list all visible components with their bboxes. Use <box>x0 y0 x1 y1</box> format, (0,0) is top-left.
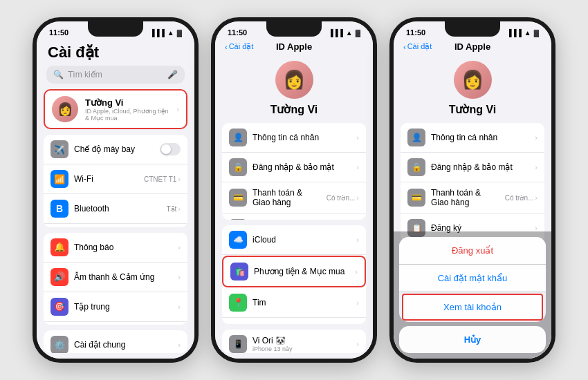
profile-info: Tường Vi ID Apple, iCloud, Phương tiện &… <box>85 97 169 122</box>
time-1: 11:50 <box>49 28 68 37</box>
notch-3 <box>445 21 500 37</box>
signin-row-3[interactable]: 🔒 Đăng nhập & bảo mật › <box>401 153 544 182</box>
subscription-row[interactable]: 📋 Đăng ký › <box>222 213 366 220</box>
page-title: Cài đặt <box>37 39 194 66</box>
battery-icon: ▓ <box>356 29 360 37</box>
chevron: › <box>356 236 359 244</box>
personal-info-row[interactable]: 👤 Thông tin cá nhân › <box>222 123 366 153</box>
bluetooth-row[interactable]: B Bluetooth Tắt › <box>44 194 187 224</box>
signin-label: Đăng nhập & bảo mật <box>252 162 351 172</box>
personal-info-row-3[interactable]: 👤 Thông tin cá nhân › <box>401 123 544 153</box>
nav-bar-3: ‹ Cài đặt ID Apple <box>394 39 551 55</box>
icloud-row[interactable]: ☁️ iCloud › <box>222 225 366 255</box>
profile-center-avatar: 👩 <box>275 61 313 99</box>
airplane-row[interactable]: ✈️ Chế độ máy bay <box>44 135 187 164</box>
media-purchases-row[interactable]: 🛍️ Phương tiện & Mục mua › <box>222 256 366 287</box>
back-button[interactable]: ‹ Cài đặt <box>225 42 253 51</box>
personal-info-label: Thông tin cá nhân <box>252 133 351 142</box>
chevron: › <box>356 163 359 171</box>
airplane-icon: ✈️ <box>50 140 68 158</box>
nav-bar: ‹ Cài đặt ID Apple <box>215 39 373 55</box>
payment-value: Có trờn... › <box>327 193 359 202</box>
wifi-icon: ▲ <box>167 29 174 37</box>
airplane-toggle[interactable] <box>160 143 181 155</box>
back-button-3[interactable]: ‹ Cài đặt <box>403 42 432 51</box>
media-icon: 🛍️ <box>230 263 248 281</box>
bluetooth-label: Bluetooth <box>74 204 160 213</box>
focus-row[interactable]: 🎯 Tập trung › <box>44 292 187 322</box>
phone3-section-1: 👤 Thông tin cá nhân › 🔒 Đăng nhập & bảo … <box>401 123 544 243</box>
search-bar[interactable]: 🔍 Tìm kiếm 🎤 <box>46 66 185 84</box>
mic-icon: 🎤 <box>167 70 178 79</box>
general-row[interactable]: ⚙️ Cài đặt chung › <box>44 330 187 353</box>
apple-id-section-2: ☁️ iCloud › 🛍️ Phương tiện & Mục mua › 📍… <box>222 225 366 325</box>
signin-row[interactable]: 🔒 Đăng nhập & bảo mật › <box>222 153 366 182</box>
action-sheet: Đăng xuất Cài đặt mật khẩu Xem tài khoản <box>399 237 546 322</box>
screen-2: 11:50 ▐▐▐ ▲ ▓ ‹ Cài đặt ID Apple 👩 Tường… <box>215 21 373 359</box>
set-password-action[interactable]: Cài đặt mật khẩu <box>399 265 546 292</box>
profile-center: 👩 Tường Vi <box>215 55 373 123</box>
apple-id-section-3: 📱 Vi Ori 🐼 iPhone 13 này › <box>222 330 366 353</box>
bluetooth-value: Tắt › <box>166 205 181 213</box>
notification-icon: 🔔 <box>50 238 68 256</box>
back-label: Cài đặt <box>229 42 254 51</box>
sound-row[interactable]: 🔊 Âm thanh & Cảm ứng › <box>44 263 187 292</box>
sound-label: Âm thanh & Cảm ứng <box>74 272 172 282</box>
profile-avatar: 👩 <box>52 96 78 122</box>
find-row[interactable]: 📍 Tim › <box>222 288 366 318</box>
chevron: › <box>355 267 358 276</box>
payment-icon: 💳 <box>229 189 247 207</box>
chevron: › <box>178 273 181 281</box>
chevron: › <box>535 133 538 142</box>
icloud-icon: ☁️ <box>229 231 247 249</box>
payment-icon-3: 💳 <box>407 189 425 207</box>
device-row[interactable]: 📱 Vi Ori 🐼 iPhone 13 này › <box>222 330 366 353</box>
payment-row-3[interactable]: 💳 Thanh toán & Giao hàng Có trờn... › <box>401 182 544 213</box>
screentime-row[interactable]: ⏱ Thời gian sử dụng › <box>44 322 187 325</box>
chevron: › <box>356 298 359 307</box>
profile-center-name: Tường Vi <box>270 103 318 116</box>
profile-sub: ID Apple, iCloud, Phương tiện & Mục mua <box>85 108 169 122</box>
payment-label: Thanh toán & Giao hàng <box>252 188 321 207</box>
airplane-label: Chế độ máy bay <box>74 144 154 154</box>
family-icon: 👨‍👩‍👧 <box>229 324 247 325</box>
action-sheet-overlay: Đăng xuất Cài đặt mật khẩu Xem tài khoản… <box>394 231 551 359</box>
signal-icon: ▐▐▐ <box>329 29 343 37</box>
sign-out-action[interactable]: Đăng xuất <box>399 237 546 265</box>
profile-center-3: 👩 Tường Vi <box>394 55 551 123</box>
mobile-row[interactable]: 📱 Di động Tắt › <box>44 224 187 227</box>
view-account-action[interactable]: Xem tài khoản <box>402 294 543 321</box>
chevron: › <box>178 341 181 349</box>
wifi-label: Wi-Fi <box>74 174 138 184</box>
notification-row[interactable]: 🔔 Thông báo › <box>44 233 187 263</box>
apple-id-section-1: 👤 Thông tin cá nhân › 🔒 Đăng nhập & bảo … <box>222 123 366 220</box>
payment-row[interactable]: 💳 Thanh toán & Giao hàng Có trờn... › <box>222 182 366 213</box>
settings-section-3: ⚙️ Cài đặt chung › <box>44 330 187 353</box>
chevron-left-icon: ‹ <box>225 43 228 51</box>
family-row[interactable]: 👨‍👩‍👧 Chia sẻ trong gia đình Thiết lập › <box>222 318 366 325</box>
chevron: › <box>356 340 359 348</box>
personal-info-label-3: Thông tin cá nhân <box>431 133 529 142</box>
chevron-left-icon: ‹ <box>403 43 406 51</box>
media-label: Phương tiện & Mục mua <box>254 267 349 276</box>
battery-icon: ▓ <box>177 29 182 37</box>
device-icon: 📱 <box>229 335 247 353</box>
wifi-icon: 📶 <box>50 170 68 188</box>
search-placeholder: Tìm kiếm <box>68 70 102 79</box>
nav-title-3: ID Apple <box>454 41 490 52</box>
focus-label: Tập trung <box>74 302 172 312</box>
status-icons-2: ▐▐▐ ▲ ▓ <box>329 29 360 37</box>
cancel-button[interactable]: Hủy <box>399 326 546 353</box>
family-label: Chia sẻ trong gia đình <box>252 323 322 325</box>
phone-3: 11:50 ▐▐▐ ▲ ▓ ‹ Cài đặt ID Apple 👩 Tường… <box>389 17 555 363</box>
profile-center-name-3: Tường Vi <box>449 103 497 116</box>
find-label: Tim <box>252 298 351 307</box>
profile-name: Tường Vi <box>85 97 169 108</box>
wifi-row[interactable]: 📶 Wi-Fi CTNET T1 › <box>44 164 187 194</box>
wifi-icon: ▲ <box>524 29 531 37</box>
phone-2: 11:50 ▐▐▐ ▲ ▓ ‹ Cài đặt ID Apple 👩 Tường… <box>211 17 377 363</box>
device-label: Vi Ori 🐼 iPhone 13 này <box>252 336 351 352</box>
profile-row[interactable]: 👩 Tường Vi ID Apple, iCloud, Phương tiện… <box>44 89 187 129</box>
payment-label-3: Thanh toán & Giao hàng <box>431 188 499 207</box>
focus-icon: 🎯 <box>50 298 68 316</box>
